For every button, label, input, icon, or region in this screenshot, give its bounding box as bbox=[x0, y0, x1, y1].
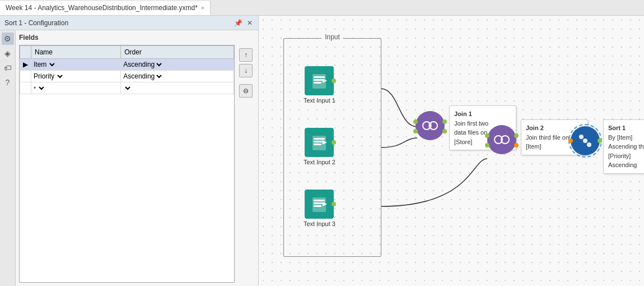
join2-right-l-conn bbox=[514, 133, 519, 138]
name-dropdown[interactable]: ▾ bbox=[48, 60, 57, 69]
row-arrow-2 bbox=[20, 71, 31, 82]
name-dropdown-2[interactable]: ▾ bbox=[55, 72, 64, 81]
tab-close-btn[interactable]: × bbox=[201, 4, 204, 11]
fields-title: Fields bbox=[19, 34, 255, 41]
join-2-body bbox=[487, 125, 516, 154]
svg-point-21 bbox=[583, 139, 587, 143]
join2-left-r-conn bbox=[485, 143, 489, 147]
col-order-header: Order bbox=[121, 46, 234, 59]
order-dropdown-2[interactable]: ▾ bbox=[155, 72, 164, 81]
text-input-3-body: Text Input 3 bbox=[304, 190, 335, 227]
join-2-icon bbox=[487, 125, 516, 154]
sort-1-node[interactable]: Sort 1By [Item]Ascending then[Priority]A… bbox=[570, 125, 601, 156]
name-value: Item bbox=[34, 61, 46, 68]
svg-rect-3 bbox=[314, 82, 321, 84]
sort-1-tooltip: Sort 1By [Item]Ascending then[Priority]A… bbox=[603, 119, 644, 174]
join-1-body bbox=[416, 111, 445, 140]
order-value-2: Ascending bbox=[123, 72, 155, 80]
table-row-empty[interactable]: • ▾ ▾ bbox=[20, 82, 234, 94]
order-dropdown-empty[interactable]: ▾ bbox=[123, 84, 132, 93]
ti3-right-conn bbox=[332, 202, 336, 206]
row-order-cell-2: Ascending ▾ bbox=[121, 71, 234, 82]
text-input-3-icon bbox=[305, 190, 334, 219]
table-row[interactable]: ▶ Item ▾ bbox=[20, 59, 234, 71]
svg-rect-7 bbox=[314, 138, 325, 140]
pin-button[interactable]: 📌 bbox=[233, 19, 244, 27]
settings-icon[interactable]: ⚙ bbox=[2, 33, 14, 45]
empty-dot: • ▾ bbox=[31, 82, 121, 94]
col-arrow bbox=[20, 46, 31, 59]
tag-icon[interactable]: 🏷 bbox=[2, 62, 14, 74]
text-input-3-label: Text Input 3 bbox=[304, 220, 335, 227]
row-order-cell: Ascending ▾ bbox=[121, 59, 234, 71]
order-value-1: Ascending bbox=[123, 61, 155, 68]
text-input-3-node[interactable]: Text Input 3 bbox=[304, 190, 335, 227]
join-2-node[interactable]: Join 2Join third file on[Item] bbox=[487, 125, 516, 154]
fields-table-container: Name Order ▶ Item bbox=[19, 45, 235, 283]
text-input-1-icon bbox=[305, 66, 334, 95]
close-panel-button[interactable]: ✕ bbox=[246, 19, 254, 27]
svg-point-22 bbox=[587, 142, 591, 147]
move-buttons: ↑ ↓ ⊖ bbox=[237, 45, 255, 283]
join1-right-l-conn bbox=[442, 119, 447, 124]
help-icon[interactable]: ? bbox=[2, 76, 14, 89]
text-input-2-icon bbox=[305, 128, 334, 157]
sort1-right-conn bbox=[598, 139, 602, 143]
text-input-1-label: Text Input 1 bbox=[304, 97, 335, 104]
sort-1-icon bbox=[571, 126, 600, 155]
panel-title: Sort 1 - Configuration bbox=[4, 19, 68, 27]
left-panel: Sort 1 - Configuration 📌 ✕ ⚙ ◈ 🏷 ? Field… bbox=[0, 16, 259, 286]
remove-button[interactable]: ⊖ bbox=[239, 84, 253, 98]
main-content: Sort 1 - Configuration 📌 ✕ ⚙ ◈ 🏷 ? Field… bbox=[0, 16, 644, 286]
col-name-header: Name bbox=[31, 46, 121, 59]
text-input-1-body: Text Input 1 bbox=[304, 66, 335, 104]
name-value-2: Priority bbox=[34, 72, 54, 80]
empty-arrow bbox=[20, 82, 31, 94]
empty-order: ▾ bbox=[121, 82, 234, 94]
ti1-right-conn bbox=[332, 79, 336, 83]
svg-rect-12 bbox=[314, 200, 325, 201]
row-name-cell: Item ▾ bbox=[31, 59, 121, 71]
text-input-2-label: Text Input 2 bbox=[304, 159, 335, 165]
tab-bar: Week 14 - Analytics_WarehouseDistributio… bbox=[0, 0, 644, 16]
panel-header: Sort 1 - Configuration 📌 ✕ bbox=[0, 16, 258, 30]
join1-left-l-conn bbox=[413, 119, 418, 124]
move-down-button[interactable]: ↓ bbox=[239, 64, 253, 77]
svg-rect-14 bbox=[314, 205, 321, 207]
join-1-node[interactable]: Join 1Join first twodata files on[Store] bbox=[416, 111, 445, 140]
order-dropdown-1[interactable]: ▾ bbox=[155, 60, 164, 69]
ti2-right-conn bbox=[332, 140, 336, 145]
text-input-2-body: Text Input 2 bbox=[304, 128, 335, 165]
panel-controls: 📌 ✕ bbox=[233, 19, 254, 27]
tab-main[interactable]: Week 14 - Analytics_WarehouseDistributio… bbox=[0, 1, 211, 15]
name-dropdown-empty[interactable]: ▾ bbox=[37, 84, 46, 93]
tab-title: Week 14 - Analytics_WarehouseDistributio… bbox=[6, 4, 198, 12]
table-row[interactable]: Priority ▾ Ascending ▾ bbox=[20, 71, 234, 82]
text-input-2-node[interactable]: Text Input 2 bbox=[304, 128, 335, 165]
sort1-left-conn bbox=[568, 139, 573, 143]
row-name-cell-2: Priority ▾ bbox=[31, 71, 121, 82]
move-up-button[interactable]: ↑ bbox=[239, 48, 253, 62]
sidebar-icons: ⚙ ◈ 🏷 ? bbox=[0, 30, 16, 286]
svg-rect-9 bbox=[314, 144, 321, 145]
join2-left-l-conn bbox=[485, 133, 489, 138]
globe-icon[interactable]: ◈ bbox=[2, 47, 14, 59]
fields-table: Name Order ▶ Item bbox=[20, 45, 234, 94]
input-group-label: Input bbox=[321, 33, 343, 41]
panel-body: ⚙ ◈ 🏷 ? Fields bbox=[0, 30, 258, 286]
svg-point-20 bbox=[579, 135, 584, 139]
svg-rect-1 bbox=[314, 76, 325, 78]
join-1-icon bbox=[416, 111, 445, 140]
sort-1-body bbox=[570, 125, 601, 156]
text-input-1-node[interactable]: Text Input 1 bbox=[304, 66, 335, 104]
join1-left-r-conn bbox=[413, 129, 418, 133]
row-arrow: ▶ bbox=[20, 59, 31, 71]
fields-panel: Fields Name Order bbox=[16, 30, 258, 286]
right-panel: Input Text Input 1 bbox=[259, 16, 644, 286]
